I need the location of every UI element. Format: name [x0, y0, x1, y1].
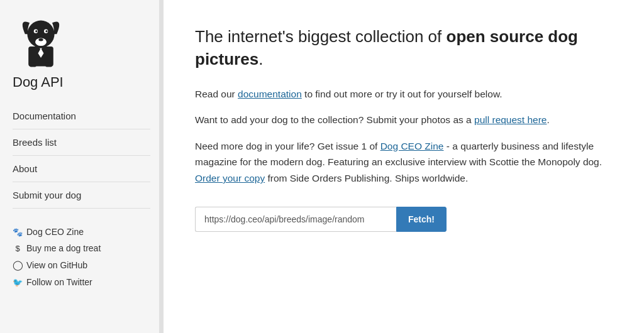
ext-link-twitter[interactable]: 🐦 Follow on Twitter: [13, 274, 150, 290]
pull-request-link[interactable]: pull request here: [474, 114, 547, 125]
app-logo: [13, 13, 69, 69]
api-url-input[interactable]: [195, 207, 396, 232]
nav-item-about[interactable]: About: [13, 156, 150, 182]
nav-list: Documentation Breeds list About Submit y…: [13, 103, 150, 209]
paw-icon: 🐾: [13, 227, 23, 237]
nav-link-breeds-list[interactable]: Breeds list: [13, 129, 150, 155]
svg-point-4: [35, 30, 37, 32]
app-title: Dog API: [13, 74, 64, 90]
para-pull-request: Want to add your dog to the collection? …: [195, 112, 613, 128]
para1-after: to find out more or try it out for yours…: [302, 89, 502, 99]
order-copy-link[interactable]: Order your copy: [195, 173, 265, 183]
para2-before: Want to add your dog to the collection? …: [195, 114, 474, 125]
svg-point-5: [45, 30, 47, 32]
ext-link-twitter-anchor[interactable]: Follow on Twitter: [26, 277, 92, 287]
para-zine: Need more dog in your life? Get issue 1 …: [195, 138, 613, 187]
documentation-link[interactable]: documentation: [238, 89, 302, 99]
svg-rect-10: [30, 62, 36, 67]
ext-link-zine-anchor[interactable]: Dog CEO Zine: [26, 227, 84, 237]
hero-heading: The internet's biggest collection of ope…: [195, 25, 613, 71]
ext-link-zine[interactable]: 🐾 Dog CEO Zine: [13, 224, 150, 240]
github-icon: ◯: [13, 259, 23, 271]
para2-after: .: [547, 114, 550, 125]
twitter-icon: 🐦: [13, 278, 23, 287]
nav-link-about[interactable]: About: [13, 156, 150, 182]
para1-before: Read our: [195, 89, 238, 99]
para3-after: from Side Orders Publishing. Ships world…: [265, 173, 468, 183]
logo-area: Dog API: [13, 13, 150, 90]
ext-link-treat[interactable]: $ Buy me a dog treat: [13, 240, 150, 256]
nav-link-submit-dog[interactable]: Submit your dog: [13, 182, 150, 208]
main-nav: Documentation Breeds list About Submit y…: [13, 103, 150, 219]
svg-point-6: [38, 38, 43, 41]
svg-rect-11: [45, 62, 52, 67]
dollar-icon: $: [13, 244, 23, 253]
main-content: The internet's biggest collection of ope…: [164, 0, 644, 333]
hero-text-end: .: [258, 50, 263, 68]
para3-before: Need more dog in your life? Get issue 1 …: [195, 141, 380, 151]
ext-link-github[interactable]: ◯ View on GitHub: [13, 256, 150, 274]
fetch-button[interactable]: Fetch!: [396, 207, 447, 232]
ext-link-github-anchor[interactable]: View on GitHub: [26, 260, 87, 270]
sidebar: Dog API Documentation Breeds list About …: [0, 0, 164, 333]
nav-link-documentation[interactable]: Documentation: [13, 103, 150, 129]
dog-ceo-zine-link[interactable]: Dog CEO Zine: [380, 141, 444, 151]
hero-text-plain: The internet's biggest collection of: [195, 27, 447, 46]
nav-item-breeds-list[interactable]: Breeds list: [13, 129, 150, 156]
api-input-row: Fetch!: [195, 207, 613, 232]
external-links: 🐾 Dog CEO Zine $ Buy me a dog treat ◯ Vi…: [13, 224, 150, 290]
para-documentation: Read our documentation to find out more …: [195, 86, 613, 102]
nav-item-submit-dog[interactable]: Submit your dog: [13, 182, 150, 209]
nav-item-documentation[interactable]: Documentation: [13, 103, 150, 129]
ext-link-treat-anchor[interactable]: Buy me a dog treat: [26, 243, 101, 253]
